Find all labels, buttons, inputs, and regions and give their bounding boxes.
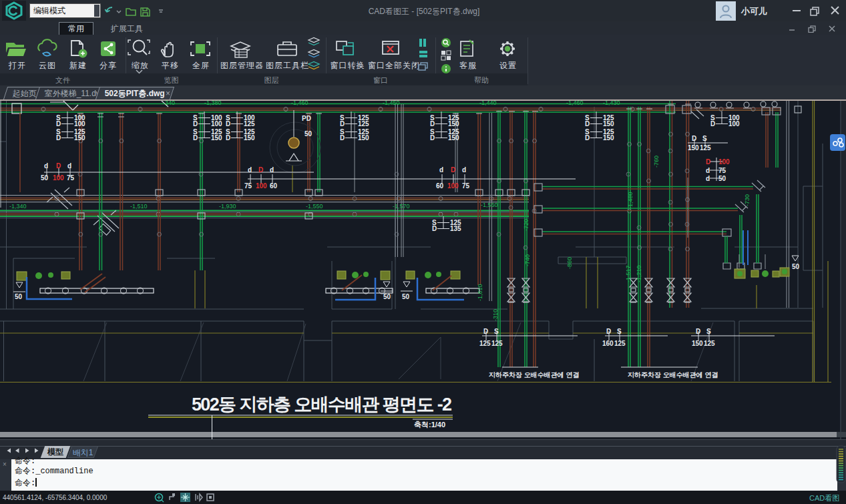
- svg-text:PD: PD: [302, 115, 311, 122]
- svg-text:-1,440: -1,440: [479, 101, 497, 106]
- svg-text:150: 150: [211, 134, 222, 142]
- svg-text:50: 50: [15, 293, 23, 300]
- svg-text:D: D: [258, 166, 263, 174]
- svg-text:-860: -860: [566, 257, 573, 269]
- svg-text:125: 125: [244, 120, 255, 128]
- svg-text:100: 100: [728, 120, 740, 128]
- svg-text:50: 50: [718, 175, 726, 182]
- svg-text:d: d: [706, 167, 710, 174]
- svg-text:-1,550: -1,550: [306, 203, 323, 210]
- svg-text:125: 125: [358, 120, 369, 128]
- svg-text:d: d: [248, 166, 252, 174]
- svg-text:D: D: [193, 134, 198, 142]
- svg-text:D: D: [696, 328, 700, 335]
- svg-text:135: 135: [450, 225, 461, 232]
- svg-text:-1,560: -1,560: [481, 202, 498, 208]
- svg-text:D: D: [451, 166, 455, 174]
- svg-text:d: d: [439, 166, 443, 174]
- svg-text:-1,570: -1,570: [393, 203, 410, 210]
- svg-text:지하주차장 오배수배관에 연결: 지하주차장 오배수배관에 연결: [628, 371, 718, 379]
- svg-text:150: 150: [448, 134, 459, 142]
- svg-text:S: S: [702, 135, 707, 142]
- svg-text:-1,930: -1,930: [219, 203, 236, 210]
- svg-text:-740: -740: [524, 254, 531, 266]
- svg-text:50: 50: [383, 293, 391, 300]
- svg-text:50: 50: [402, 293, 410, 300]
- svg-text:125: 125: [614, 340, 626, 347]
- svg-text:D: D: [692, 135, 696, 142]
- svg-text:D: D: [483, 328, 488, 335]
- svg-text:100: 100: [74, 120, 85, 128]
- svg-text:d: d: [44, 162, 48, 170]
- svg-text:150: 150: [603, 120, 614, 128]
- svg-text:-1,480: -1,480: [627, 192, 634, 209]
- svg-text:50: 50: [304, 130, 312, 138]
- svg-text:축척:1/40: 축척:1/40: [414, 421, 445, 429]
- svg-text:502동 지하층 오배수배관 평면도 -2: 502동 지하층 오배수배관 평면도 -2: [192, 395, 452, 415]
- svg-text:d: d: [706, 175, 710, 182]
- svg-text:-1,460: -1,460: [291, 101, 308, 106]
- svg-text:D: D: [56, 120, 61, 128]
- svg-text:100: 100: [718, 158, 730, 166]
- svg-text:150: 150: [74, 134, 85, 142]
- svg-text:50: 50: [792, 263, 800, 270]
- svg-text:-1,380: -1,380: [204, 101, 222, 106]
- svg-text:50: 50: [41, 174, 49, 182]
- svg-text:-1,340: -1,340: [9, 203, 27, 210]
- svg-text:D: D: [710, 120, 715, 128]
- svg-text:-1,517: -1,517: [625, 265, 632, 282]
- svg-text:150: 150: [358, 134, 369, 142]
- svg-text:D: D: [430, 134, 435, 142]
- svg-text:75: 75: [718, 167, 726, 174]
- svg-text:150: 150: [692, 340, 703, 347]
- svg-text:125: 125: [491, 340, 503, 347]
- svg-text:125: 125: [704, 340, 715, 347]
- svg-text:150: 150: [448, 120, 459, 128]
- svg-text:-1,460: -1,460: [566, 101, 584, 106]
- svg-text:D: D: [226, 120, 230, 128]
- svg-text:D: D: [432, 225, 437, 232]
- svg-text:160: 160: [602, 340, 614, 347]
- svg-text:75: 75: [462, 182, 470, 190]
- svg-text:d: d: [270, 166, 274, 174]
- svg-text:150: 150: [688, 144, 699, 152]
- svg-text:D: D: [606, 328, 611, 335]
- svg-text:150: 150: [244, 134, 255, 142]
- svg-text:125: 125: [700, 144, 711, 152]
- svg-text:-340: -340: [163, 101, 175, 106]
- svg-text:S: S: [706, 328, 711, 335]
- svg-text:150: 150: [603, 134, 614, 142]
- svg-text:D: D: [706, 158, 710, 166]
- svg-text:D: D: [585, 120, 590, 128]
- svg-text:100: 100: [211, 120, 222, 128]
- svg-text:D: D: [585, 134, 590, 142]
- svg-text:-730: -730: [744, 194, 751, 206]
- svg-text:-1,430: -1,430: [603, 101, 620, 106]
- svg-text:D: D: [226, 134, 230, 142]
- svg-text:D: D: [340, 120, 345, 128]
- svg-text:-760: -760: [653, 156, 660, 168]
- svg-text:D: D: [56, 134, 61, 142]
- svg-text:d: d: [462, 166, 466, 174]
- svg-text:D: D: [193, 120, 198, 128]
- svg-text:75: 75: [244, 182, 252, 190]
- svg-text:-310: -310: [492, 309, 499, 321]
- svg-text:100: 100: [53, 174, 64, 182]
- svg-text:-1,450: -1,450: [383, 101, 400, 106]
- svg-text:100: 100: [256, 182, 267, 190]
- svg-text:지하주차장 오배수배관에 연결: 지하주차장 오배수배관에 연결: [489, 371, 580, 379]
- svg-text:D: D: [56, 162, 61, 170]
- svg-text:-1,610: -1,610: [477, 284, 483, 301]
- svg-text:60: 60: [270, 182, 278, 190]
- svg-text:-720: -720: [523, 219, 530, 231]
- svg-text:S: S: [617, 328, 622, 335]
- svg-text:75: 75: [67, 174, 75, 182]
- svg-text:d: d: [67, 162, 71, 170]
- svg-text:-1,210: -1,210: [636, 265, 642, 282]
- svg-text:60: 60: [436, 182, 444, 190]
- svg-text:D: D: [340, 134, 345, 142]
- svg-text:S: S: [494, 328, 499, 335]
- svg-text:-1,510: -1,510: [130, 203, 148, 210]
- svg-text:125: 125: [479, 340, 491, 347]
- svg-text:D: D: [430, 120, 435, 128]
